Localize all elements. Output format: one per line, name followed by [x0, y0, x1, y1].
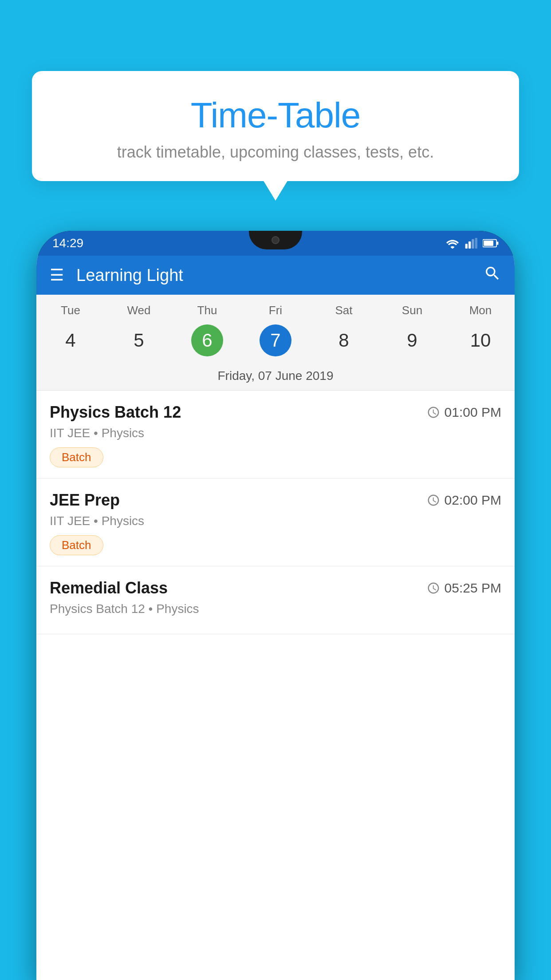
item-header-3: Remedial Class 05:25 PM: [50, 579, 501, 597]
search-icon[interactable]: [484, 265, 501, 286]
battery-icon: [483, 238, 499, 248]
item-title-2: JEE Prep: [50, 491, 120, 510]
day-col-sun[interactable]: Sun: [378, 304, 446, 317]
day-col-mon[interactable]: Mon: [446, 304, 515, 317]
day-name-mon: Mon: [446, 304, 515, 317]
item-time-1: 01:00 PM: [427, 405, 501, 420]
item-time-2: 02:00 PM: [427, 493, 501, 508]
item-subtitle-3: Physics Batch 12 • Physics: [50, 602, 501, 616]
item-time-3: 05:25 PM: [427, 581, 501, 596]
day-num-6-today: 6: [191, 324, 223, 356]
clock-icon-2: [427, 494, 440, 507]
svg-rect-1: [468, 241, 471, 249]
camera-lens: [272, 236, 279, 244]
item-title-1: Physics Batch 12: [50, 403, 181, 422]
day-num-col-7[interactable]: 7: [241, 324, 310, 356]
day-col-wed[interactable]: Wed: [105, 304, 173, 317]
wifi-icon: [445, 238, 460, 249]
phone-screen: ☰ Learning Light Tue Wed Thu: [36, 256, 515, 980]
status-bar: 14:29: [36, 231, 515, 256]
calendar-section: Tue Wed Thu Fri Sat Sun Mon: [36, 295, 515, 391]
day-num-9: 9: [396, 324, 428, 356]
day-num-5: 5: [123, 324, 155, 356]
schedule-item-3[interactable]: Remedial Class 05:25 PM Physics Batch 12…: [36, 566, 515, 634]
item-subtitle-2: IIT JEE • Physics: [50, 514, 501, 528]
day-num-col-8[interactable]: 8: [310, 324, 378, 356]
menu-icon[interactable]: ☰: [50, 267, 64, 283]
tooltip-subtitle: track timetable, upcoming classes, tests…: [59, 143, 492, 162]
day-num-col-6[interactable]: 6: [173, 324, 241, 356]
clock-icon-1: [427, 406, 440, 419]
item-subtitle-1: IIT JEE • Physics: [50, 426, 501, 440]
notch: [249, 231, 302, 249]
app-title: Learning Light: [76, 266, 484, 285]
svg-rect-2: [472, 239, 474, 249]
day-name-sun: Sun: [378, 304, 446, 317]
svg-rect-3: [475, 238, 477, 249]
item-header-2: JEE Prep 02:00 PM: [50, 491, 501, 510]
day-num-7-selected: 7: [260, 324, 291, 356]
signal-icon: [465, 238, 477, 249]
phone-frame: 14:29 ☰: [36, 231, 515, 980]
day-num-row: 4 5 6 7 8 9 10: [36, 321, 515, 364]
day-name-fri: Fri: [241, 304, 310, 317]
tooltip-title: Time-Table: [59, 95, 492, 136]
status-time: 14:29: [52, 236, 83, 250]
day-col-sat[interactable]: Sat: [310, 304, 378, 317]
day-name-sat: Sat: [310, 304, 378, 317]
svg-rect-5: [497, 241, 499, 245]
item-title-3: Remedial Class: [50, 579, 168, 597]
clock-icon-3: [427, 581, 440, 595]
day-num-col-4[interactable]: 4: [36, 324, 105, 356]
day-col-tue[interactable]: Tue: [36, 304, 105, 317]
day-name-tue: Tue: [36, 304, 105, 317]
svg-rect-0: [465, 244, 468, 249]
selected-date-label: Friday, 07 June 2019: [36, 364, 515, 390]
item-header-1: Physics Batch 12 01:00 PM: [50, 403, 501, 422]
day-num-col-5[interactable]: 5: [105, 324, 173, 356]
day-col-thu[interactable]: Thu: [173, 304, 241, 317]
day-num-10: 10: [464, 324, 496, 356]
schedule-list: Physics Batch 12 01:00 PM IIT JEE • Phys…: [36, 391, 515, 980]
day-num-col-10[interactable]: 10: [446, 324, 515, 356]
svg-rect-6: [484, 241, 493, 246]
day-num-4: 4: [55, 324, 87, 356]
status-icons: [445, 238, 499, 249]
weekday-row: Tue Wed Thu Fri Sat Sun Mon: [36, 295, 515, 321]
schedule-item-1[interactable]: Physics Batch 12 01:00 PM IIT JEE • Phys…: [36, 391, 515, 478]
day-name-wed: Wed: [105, 304, 173, 317]
schedule-item-2[interactable]: JEE Prep 02:00 PM IIT JEE • Physics Batc…: [36, 478, 515, 566]
day-col-fri[interactable]: Fri: [241, 304, 310, 317]
app-bar: ☰ Learning Light: [36, 256, 515, 295]
day-num-col-9[interactable]: 9: [378, 324, 446, 356]
batch-badge-2: Batch: [50, 535, 103, 555]
day-num-8: 8: [328, 324, 360, 356]
batch-badge-1: Batch: [50, 447, 103, 467]
tooltip-card: Time-Table track timetable, upcoming cla…: [32, 71, 519, 181]
day-name-thu: Thu: [173, 304, 241, 317]
